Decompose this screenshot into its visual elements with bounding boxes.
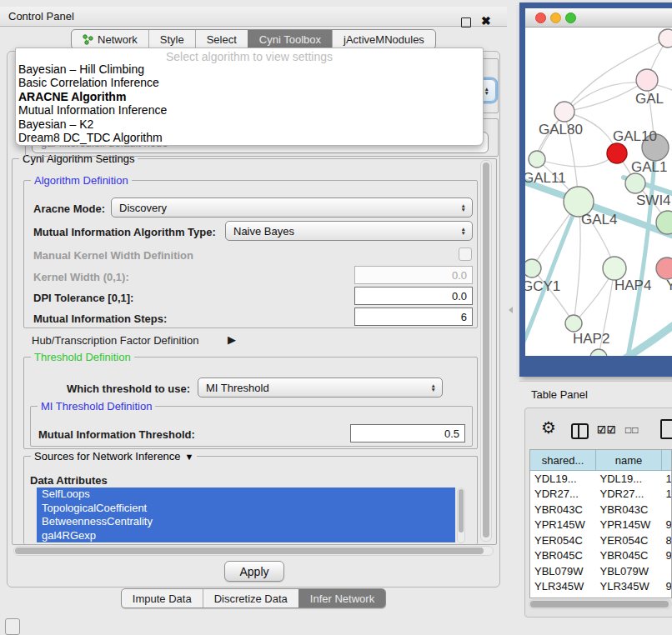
tab-style[interactable]: Style xyxy=(148,30,195,48)
table-cell: YBR043C xyxy=(530,502,596,518)
close-icon[interactable]: ✖ xyxy=(481,14,491,28)
table-row[interactable]: YPR145WYPR145W9. xyxy=(530,518,672,533)
table-row[interactable]: YDR27...YDR27...12 xyxy=(530,487,672,502)
table-cell xyxy=(662,563,672,579)
data-attributes-list[interactable]: SelfLoopsTopologicalCoefficientBetweenne… xyxy=(37,488,455,543)
dropdown-item-bayesian-hill-climbing[interactable]: Bayesian – Hill Climbing xyxy=(16,62,483,76)
attribute-item-selfloops[interactable]: SelfLoops xyxy=(37,488,455,502)
node-label-hap4: HAP4 xyxy=(614,278,651,293)
manual-kernel-checkbox[interactable] xyxy=(459,248,472,261)
table-cell: YDL19... xyxy=(596,471,662,487)
network-node[interactable] xyxy=(554,102,574,122)
network-node[interactable] xyxy=(607,143,627,163)
close-traffic-light-icon[interactable] xyxy=(535,12,546,23)
attribute-item-topologicalcoefficient[interactable]: TopologicalCoefficient xyxy=(37,502,455,516)
dropdown-item-bayesian-k2[interactable]: Bayesian – K2 xyxy=(16,118,483,131)
dropdown-item-basic-correlation-inference[interactable]: Basic Correlation Inference xyxy=(16,76,483,89)
table-cell: YBL079W xyxy=(530,563,596,579)
settings-vertical-scrollbar[interactable] xyxy=(480,160,492,542)
tab-label: jActiveMNodules xyxy=(344,33,424,46)
node-label-hap2: HAP2 xyxy=(573,331,609,347)
mi-threshold-field[interactable] xyxy=(350,424,465,442)
network-node[interactable] xyxy=(590,349,607,356)
hub-definition-label[interactable]: Hub/Transcription Factor Definition xyxy=(32,334,198,347)
network-window-titlebar[interactable] xyxy=(525,8,672,28)
dropdown-item-dream8-dc-tdc-algorithm[interactable]: Dream8 DC_TDC Algorithm xyxy=(16,131,483,144)
combo-stepper-icon: ▲▼ xyxy=(461,227,466,235)
table-cell: 9. xyxy=(662,548,672,564)
tab-select[interactable]: Select xyxy=(195,30,248,48)
table-row[interactable]: YBR043CYBR043C xyxy=(530,502,672,518)
dpi-tolerance-field[interactable] xyxy=(354,287,473,305)
table-row[interactable]: YBL079WYBL079W xyxy=(530,563,672,579)
dropdown-item-aracne-algorithm[interactable]: ARACNE Algorithm xyxy=(16,90,483,103)
attribute-item-gal4rgexp[interactable]: gal4RGexp xyxy=(37,529,455,543)
attribute-item-betweennesscentrality[interactable]: BetweennessCentrality xyxy=(37,515,455,529)
attributes-scrollbar[interactable] xyxy=(457,488,465,543)
network-node[interactable] xyxy=(656,258,672,279)
combo-stepper-icon: ▲▼ xyxy=(431,383,436,392)
table-cell: 9. xyxy=(662,518,672,533)
tab-label: Impute Data xyxy=(133,592,192,605)
mi-type-combo[interactable]: Naive Bayes ▲▼ xyxy=(225,221,473,241)
tab-jactivemnodules[interactable]: jActiveMNodules xyxy=(332,30,435,48)
minimize-traffic-light-icon[interactable] xyxy=(550,12,561,23)
splitter-handle-icon[interactable] xyxy=(509,307,513,313)
table-cell: YBL079W xyxy=(596,563,662,579)
table-row[interactable]: YER054CYER054C8. xyxy=(530,532,672,548)
which-threshold-value: MI Threshold xyxy=(206,382,269,394)
table-cell: 9. xyxy=(662,579,672,595)
network-icon xyxy=(83,34,93,45)
network-node[interactable] xyxy=(636,69,658,91)
tab-infer-network[interactable]: Infer Network xyxy=(298,589,385,608)
table-row[interactable]: YBR045CYBR045C9. xyxy=(530,548,672,564)
table-row[interactable]: YIL052CYIL052C9. xyxy=(530,594,672,598)
zoom-traffic-light-icon[interactable] xyxy=(565,12,576,23)
column-header-name[interactable]: name xyxy=(596,450,662,471)
dropdown-item-mutual-information-inference[interactable]: Mutual Information Inference xyxy=(16,103,483,117)
algorithm-dropdown: Select algorithm to view settings Bayesi… xyxy=(15,48,484,146)
table-row[interactable]: YDL19...YDL19...13 xyxy=(530,471,672,487)
dock-mini-button[interactable] xyxy=(5,618,20,635)
collapse-arrow-icon[interactable]: ▼ xyxy=(185,452,194,462)
aracne-mode-combo[interactable]: Discovery ▲▼ xyxy=(111,198,473,218)
dropdown-header: Select algorithm to view settings xyxy=(16,48,483,62)
table-horizontal-scrollbar[interactable] xyxy=(529,599,672,609)
network-canvas[interactable]: GALGAL80GAL10GAL11GAL1SWI4GAL4GCY1HAP4YH… xyxy=(525,28,672,356)
network-node[interactable] xyxy=(659,29,672,48)
network-node[interactable] xyxy=(625,173,645,193)
gear-icon[interactable]: ⚙ xyxy=(541,418,556,438)
settings-horizontal-scrollbar[interactable] xyxy=(13,546,494,556)
kernel-width-field[interactable] xyxy=(354,266,473,284)
float-window-icon[interactable] xyxy=(461,18,471,28)
tab-network[interactable]: Network xyxy=(72,30,148,48)
apply-button[interactable]: Apply xyxy=(224,561,284,582)
deselect-all-icon[interactable]: □□ xyxy=(625,424,639,436)
columns-icon[interactable] xyxy=(571,423,589,439)
which-threshold-combo[interactable]: MI Threshold ▲▼ xyxy=(198,378,443,398)
column-header-shared[interactable]: shared... xyxy=(530,450,596,471)
node-table[interactable]: shared...nameAYDL19...YDL19...13YDR27...… xyxy=(529,449,672,598)
table-cell: YLR345W xyxy=(596,579,662,595)
table-panel-header: Table Panel xyxy=(519,381,672,407)
select-all-icon[interactable]: ☑☑ xyxy=(597,424,617,436)
mi-threshold-label: Mutual Information Threshold: xyxy=(38,428,195,441)
table-row[interactable]: YLR345WYLR345W9. xyxy=(530,579,672,595)
tab-cyni-toolbox[interactable]: Cyni Toolbox xyxy=(248,30,332,48)
new-table-icon[interactable] xyxy=(660,419,672,439)
network-node[interactable] xyxy=(529,151,545,168)
mi-steps-field[interactable] xyxy=(354,308,473,326)
expand-arrow-icon[interactable]: ▶ xyxy=(228,333,236,346)
column-header-a[interactable]: A xyxy=(662,450,672,471)
mi-threshold-group-title: MI Threshold Definition xyxy=(38,400,155,412)
mi-type-value: Naive Bayes xyxy=(233,225,294,238)
network-node[interactable] xyxy=(525,259,541,278)
tab-discretize-data[interactable]: Discretize Data xyxy=(203,589,298,608)
network-node[interactable] xyxy=(565,315,582,332)
table-cell: YIL052C xyxy=(596,594,662,598)
aracne-mode-label: Aracne Mode: xyxy=(33,202,105,215)
tab-impute-data[interactable]: Impute Data xyxy=(122,589,203,608)
network-node[interactable] xyxy=(603,257,626,280)
table-cell: YBR045C xyxy=(596,548,662,564)
control-panel-titlebar: Control Panel ✖ xyxy=(0,7,507,27)
